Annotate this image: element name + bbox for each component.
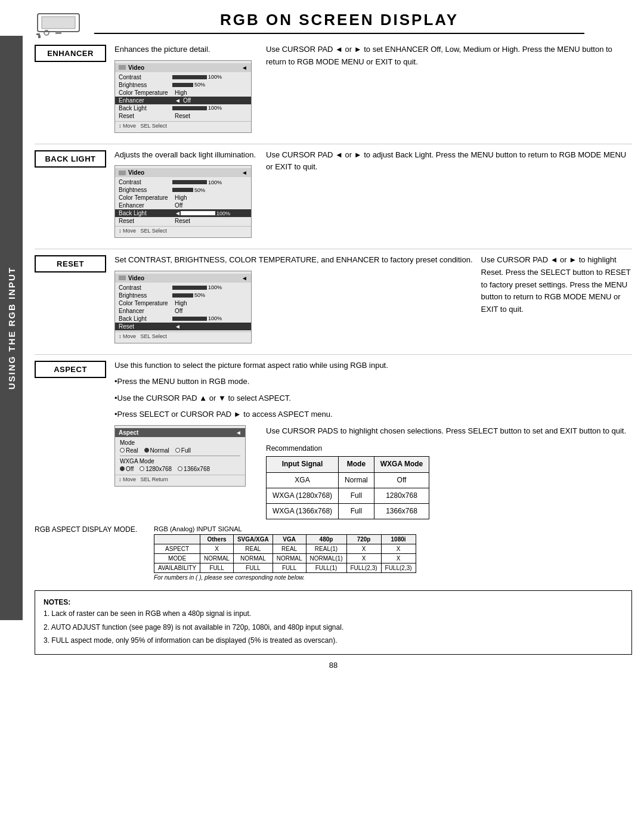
aspect-menu: Aspect ◄ Mode Real: [114, 425, 246, 487]
radio-full: [175, 448, 180, 453]
svg-rect-4: [36, 33, 40, 35]
note-item-3: 3. FULL aspect mode, only 95% of informa…: [44, 635, 623, 646]
enhancer-label: ENHANCER: [35, 45, 106, 62]
menu-row-contrast-bl: Contrast 100%: [115, 178, 251, 186]
menu-row-backlight-bl: Back Light ◄ 100%: [115, 209, 251, 217]
rec-1366-wxga: 1366x768: [374, 504, 429, 519]
signal-row-aspect: ASPECT X REAL REAL REAL(1) X X: [154, 544, 416, 554]
enhancer-left: Enhances the picture detail. Video ◄ Con…: [114, 44, 258, 138]
aspect-desc: Use this function to select the picture …: [114, 360, 632, 371]
signal-col-svga: SVGA/XGA: [233, 535, 273, 544]
rec-row-xga: XGA Normal Off: [267, 472, 429, 488]
recommendation-table: Input Signal Mode WXGA Mode XGA Normal O…: [266, 456, 429, 519]
note-item-1: 1. Lack of raster can be seen in RGB whe…: [44, 608, 623, 620]
rec-xga-signal: XGA: [267, 472, 339, 488]
menu-row-reset-bl: Reset Reset: [115, 217, 251, 225]
menu-row-reset-r: Reset ◄: [115, 323, 251, 330]
rec-header-wxga: WXGA Mode: [374, 457, 429, 472]
aspect-modes-row: Real Normal Full: [120, 447, 240, 454]
menu-row-contrast-r: Contrast 100%: [115, 284, 251, 292]
menu-row-colortemp-bl: Color Temperature High: [115, 194, 251, 202]
signal-avail-480p: FULL(1): [306, 563, 346, 573]
signal-mode-480p: NORMAL(1): [306, 554, 346, 563]
rec-row-wxga1366: WXGA (1366x768) Full 1366x768: [267, 504, 429, 519]
menu-row-brightness-r: Brightness 50%: [115, 292, 251, 299]
signal-avail-1080i: FULL(2,3): [381, 563, 416, 573]
signal-mode-vga: NORMAL: [273, 554, 306, 563]
aspect-wxga-1366: 1366x768: [178, 466, 210, 472]
svg-rect-3: [55, 32, 61, 34]
radio-off: [120, 466, 125, 471]
recommendation-label: Recommendation: [266, 443, 632, 454]
top-logo-area: RGB ON SCREEN DISPLAY: [35, 6, 632, 44]
menu-row-colortemp-r: Color Temperature High: [115, 299, 251, 307]
aspect-bullet-3: •Press SELECT or CURSOR PAD ► to access …: [114, 408, 632, 420]
signal-row-availability: AVAILABILITY FULL FULL FULL FULL(1) FULL…: [154, 563, 416, 573]
aspect-wxga-row: Off 1280x768 1366x768: [120, 466, 240, 472]
notes-label: NOTES:: [44, 598, 70, 606]
menu-row-enhancer-bl: Enhancer Off: [115, 202, 251, 209]
backlight-label: BACK LIGHT: [35, 150, 106, 168]
rec-1280-mode: Full: [339, 488, 374, 503]
backlight-menu-title: Video: [128, 169, 144, 176]
signal-aspect-480p: REAL(1): [306, 544, 346, 554]
signal-mode-others: NORMAL: [200, 554, 234, 563]
aspect-left: Aspect ◄ Mode Real: [114, 425, 258, 491]
signal-note: For numbers in ( ), please see correspon…: [154, 574, 632, 581]
signal-mode-svga: NORMAL: [233, 554, 273, 563]
signal-mode-label: MODE: [154, 554, 200, 563]
signal-avail-720p: FULL(2,3): [346, 563, 381, 573]
reset-desc: Set CONTRAST, BRIGHTNESS, COLOR TEMPERAT…: [114, 254, 473, 266]
enhancer-menu-title: Video: [128, 64, 144, 71]
reset-menu-title: Video: [128, 275, 144, 281]
enhancer-desc: Enhances the picture detail.: [114, 44, 258, 55]
aspect-mode-full: Full: [175, 447, 191, 454]
aspect-wxga-1280: 1280x768: [140, 466, 172, 472]
rec-1366-signal: WXGA (1366x768): [267, 504, 339, 519]
aspect-right: Use CURSOR PADS to highlight chosen sele…: [266, 425, 632, 520]
aspect-bullet-2: •Use the CURSOR PAD ▲ or ▼ to select ASP…: [114, 392, 632, 404]
aspect-section: ASPECT Use this function to select the p…: [35, 360, 632, 520]
reset-content: Set CONTRAST, BRIGHTNESS, COLOR TEMPERAT…: [114, 254, 632, 348]
signal-mode-720p: X: [346, 554, 381, 563]
enhancer-instruction: Use CURSOR PAD ◄ or ► to set ENHANCER Of…: [266, 44, 632, 69]
menu-row-backlight-r: Back Light 100%: [115, 315, 251, 323]
sidebar: USING THE RGB INPUT: [0, 36, 23, 620]
menu-row-enhancer: Enhancer ◄ Off: [115, 97, 251, 104]
aspect-display-section: RGB ASPECT DISPLAY MODE. RGB (Analog) IN…: [35, 525, 632, 581]
aspect-menu-title: Aspect: [119, 429, 138, 436]
rec-header-mode: Mode: [339, 457, 374, 472]
rec-row-wxga1280: WXGA (1280x768) Full 1280x768: [267, 488, 429, 503]
signal-table-wrapper: RGB (Analog) INPUT SIGNAL Others SVGA/XG…: [154, 525, 632, 581]
backlight-instruction: Use CURSOR PAD ◄ or ► to adjust Back Lig…: [266, 149, 632, 174]
menu-row-reset-e: Reset Reset: [115, 112, 251, 120]
menu-row-backlight-e: Back Light 100%: [115, 104, 251, 112]
menu-row-brightness-bl: Brightness 50%: [115, 186, 251, 194]
radio-1280: [140, 466, 144, 471]
rec-xga-wxga: Off: [374, 472, 429, 488]
signal-col-720p: 720p: [346, 535, 381, 544]
signal-avail-vga: FULL: [273, 563, 306, 573]
main-content: RGB ON SCREEN DISPLAY ENHANCER Enhances …: [23, 0, 644, 682]
radio-real: [120, 448, 125, 453]
signal-aspect-1080i: X: [381, 544, 416, 554]
reset-instruction: Use CURSOR PAD ◄ or ► to highlight Reset…: [481, 254, 632, 316]
reset-menu: Video ◄ Contrast 100% Brightness 50% C: [114, 271, 252, 343]
signal-col-480p: 480p: [306, 535, 346, 544]
enhancer-content: Enhances the picture detail. Video ◄ Con…: [114, 44, 632, 138]
reset-section: RESET Set CONTRAST, BRIGHTNESS, COLOR TE…: [35, 254, 632, 348]
rec-1366-mode: Full: [339, 504, 374, 519]
signal-mode-1080i: X: [381, 554, 416, 563]
reset-left: Set CONTRAST, BRIGHTNESS, COLOR TEMPERAT…: [114, 254, 473, 348]
menu-row-color-temp: Color Temperature High: [115, 89, 251, 97]
signal-col-1080i: 1080i: [381, 535, 416, 544]
signal-col-vga: VGA: [273, 535, 306, 544]
menu-row-brightness: Brightness 50%: [115, 81, 251, 89]
aspect-content: Use this function to select the picture …: [114, 360, 632, 520]
note-item-2: 2. AUTO ADJUST function (see page 89) is…: [44, 622, 623, 633]
menu-row-enhancer-r: Enhancer Off: [115, 307, 251, 315]
enhancer-menu: Video ◄ Contrast 100% Brightness 50% C: [114, 60, 252, 133]
signal-avail-others: FULL: [200, 563, 234, 573]
menu-row-contrast: Contrast 100%: [115, 73, 251, 81]
svg-rect-1: [42, 17, 75, 29]
